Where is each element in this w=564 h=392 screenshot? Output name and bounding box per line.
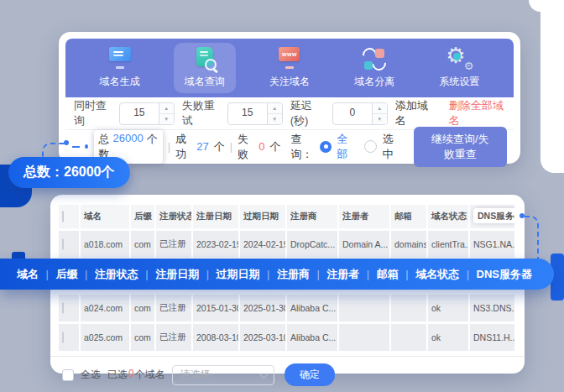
tab-system-settings[interactable]: 系统设置 — [428, 43, 490, 93]
table-cell: domains. — [391, 228, 428, 258]
callout-column-name: 注册状态 — [95, 267, 138, 282]
stepper-down-icon[interactable]: ▼ — [159, 114, 174, 124]
delete-all-domains-button[interactable]: 删除全部域名 — [449, 98, 505, 128]
success-label: 成功 — [175, 132, 191, 162]
column-header: 注册者 — [339, 205, 391, 228]
background-corner-band — [540, 0, 564, 173]
table-cell — [391, 321, 428, 351]
fail-label: 失败 — [238, 132, 253, 162]
continue-query-button[interactable]: 继续查询/失败重查 — [414, 127, 507, 167]
column-header: 注册商 — [287, 205, 339, 228]
callout-column-name: 过期日期 — [217, 267, 260, 282]
select-placeholder: 请选择 — [180, 368, 211, 382]
column-header: 后缀 — [131, 205, 156, 228]
column-names-callout-bar: 域名|后缀|注册状态|注册日期|过期日期|注册商|注册者|邮箱|域名状态|DNS… — [0, 259, 554, 290]
header-checkbox[interactable] — [62, 211, 64, 222]
table-cell: Domain A... — [339, 228, 391, 258]
retry-label: 失败重试 — [182, 98, 220, 128]
callout-column-name: DNS服务器 — [477, 267, 532, 282]
success-value: 27 — [196, 140, 208, 153]
concurrent-label: 同时查询 — [74, 98, 112, 128]
tab-label: 域名分离 — [354, 75, 394, 89]
selected-count: 0 — [128, 368, 134, 382]
badge-connector-dot — [64, 140, 69, 145]
table-cell — [339, 321, 391, 351]
radio-selected[interactable] — [364, 140, 377, 153]
table-cell: DNS11.H... — [470, 321, 516, 351]
tab-domain-query[interactable]: 域名查询 — [174, 43, 236, 93]
table-cell: com — [131, 228, 156, 258]
callout-separator: | — [405, 268, 408, 280]
column-header: 域名 — [81, 205, 131, 228]
concurrent-value: 15 — [120, 103, 159, 124]
tab-watch-domain[interactable]: www 关注域名 — [258, 43, 321, 93]
connector-dot — [85, 144, 88, 149]
radio-selected-label[interactable]: 选中 — [382, 132, 398, 162]
table-cell: com — [131, 321, 156, 351]
gears-icon — [445, 47, 473, 71]
table-row: a018.comcom已注册2023-02-192024-02-19DropCa… — [59, 228, 516, 258]
table-cell: a018.com — [81, 228, 131, 258]
monitor-icon — [107, 47, 133, 71]
selected-count-text: 已选 0 个域名 — [107, 368, 165, 382]
row-checkbox[interactable] — [62, 332, 64, 343]
tab-label: 域名生成 — [100, 75, 140, 89]
add-domain-button[interactable]: 添加域名 — [395, 98, 433, 128]
callout-column-name: 域名 — [17, 267, 39, 282]
tab-label: 系统设置 — [439, 75, 479, 89]
callout-separator: | — [206, 268, 209, 280]
query-status-row: 总数 26000 个 | 成功 27 个 | 失败 0 个 查询： 全部 选中 … — [65, 129, 514, 163]
retry-stepper[interactable]: 15 ▲▼ — [227, 102, 283, 125]
callout-separator: | — [145, 268, 148, 280]
dashed-connector-stub — [72, 146, 80, 148]
callout-separator: | — [267, 268, 269, 280]
tab-domain-generate[interactable]: 域名生成 — [89, 43, 151, 93]
retry-value: 15 — [228, 103, 267, 124]
callout-column-name: 邮箱 — [377, 267, 399, 282]
column-header: 注册状态 — [156, 205, 193, 228]
callout-column-name: 域名状态 — [415, 267, 459, 282]
confirm-button[interactable]: 确定 — [285, 363, 335, 386]
callout-separator: | — [85, 268, 87, 280]
table-cell: DropCatc... — [287, 228, 339, 258]
table-cell: a025.com — [81, 321, 131, 351]
callout-column-name: 注册者 — [326, 267, 359, 282]
tab-label: 关注域名 — [269, 75, 310, 89]
stepper-down-icon[interactable]: ▼ — [268, 114, 282, 124]
table-cell: 2025-03-10 — [240, 321, 287, 351]
dns-dashed-connector — [525, 216, 539, 259]
table-cell: 2024-02-19 — [240, 228, 287, 258]
stepper-up-icon[interactable]: ▲ — [159, 103, 174, 114]
query-settings-row: 同时查询 15 ▲▼ 失败重试 15 ▲▼ 延迟(秒) 0 ▲▼ 添加域名 删除… — [59, 97, 520, 129]
delay-value: 0 — [333, 103, 372, 124]
action-select[interactable]: 请选择 — [172, 365, 274, 385]
select-all-checkbox[interactable] — [62, 369, 74, 381]
dns-header-highlight: DNS服务器 — [473, 208, 516, 223]
column-header: DNS服务器 — [470, 205, 516, 228]
radio-all[interactable] — [320, 141, 332, 153]
separator: | — [230, 140, 232, 153]
table-cell: 2023-02-19 — [193, 228, 240, 258]
separator: | — [168, 140, 170, 153]
column-header: 过期日期 — [240, 205, 287, 228]
column-header: 域名状态 — [428, 205, 470, 228]
table-footer: 全选 已选 0 个域名 请选择 确定 — [50, 356, 525, 392]
total-count-badge: 总数：26000个 — [8, 157, 130, 188]
table-cell: clientTra... — [428, 228, 470, 258]
delay-stepper[interactable]: 0 ▲▼ — [332, 102, 388, 125]
stepper-down-icon[interactable]: ▼ — [373, 114, 387, 124]
concurrent-stepper[interactable]: 15 ▲▼ — [119, 102, 175, 125]
row-checkbox[interactable] — [62, 302, 64, 314]
app-window: 域名生成 域名查询 www 关注域名 域名分离 — [0, 0, 564, 392]
column-header: 邮箱 — [391, 205, 428, 228]
stepper-up-icon[interactable]: ▲ — [373, 103, 387, 114]
stepper-up-icon[interactable]: ▲ — [268, 103, 282, 114]
row-checkbox[interactable] — [62, 238, 64, 250]
tab-domain-split[interactable]: 域名分离 — [343, 44, 405, 93]
radio-all-label[interactable]: 全部 — [337, 132, 352, 162]
query-scope-label: 查询： — [291, 132, 316, 162]
table-header-row: 域名后缀注册状态注册日期过期日期注册商注册者邮箱域名状态DNS服务器 — [59, 205, 516, 228]
table-row: a025.comcom已注册2008-03-102025-03-10Alibab… — [59, 321, 516, 351]
table-cell: 2008-03-10 — [193, 321, 240, 351]
callout-column-name: 后缀 — [55, 267, 77, 282]
